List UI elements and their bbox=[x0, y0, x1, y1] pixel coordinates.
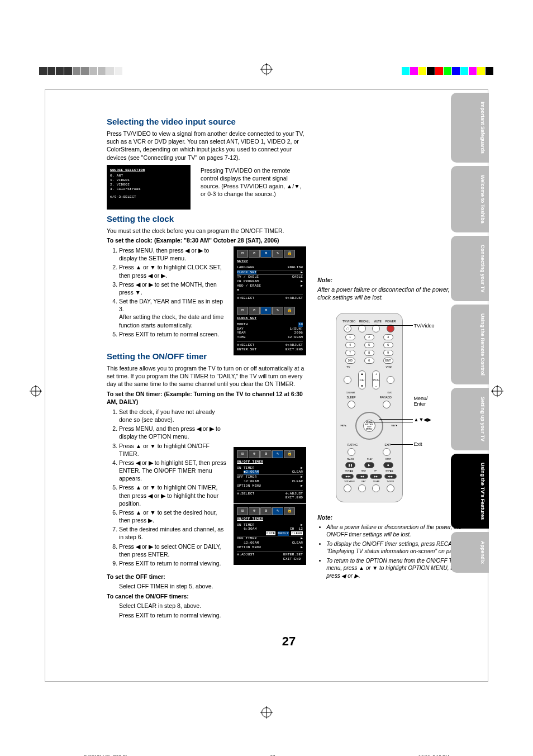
heading-clock: Setting the clock bbox=[107, 214, 306, 224]
note1-body: After a power failure or disconnection o… bbox=[317, 286, 471, 301]
tab-welcome: Welcome to Toshiba bbox=[451, 166, 489, 232]
callout-tvvideo: TV/Video bbox=[414, 323, 435, 329]
timer-step-6: Press ▲ or ▼ to set the desired hour, th… bbox=[119, 508, 228, 524]
timer-step-2: Press MENU, and then press ◀ or ▶ to dis… bbox=[119, 425, 228, 440]
cancel-timer-body2: Press EXIT to return to normal viewing. bbox=[119, 611, 306, 619]
note1-heading: Note: bbox=[317, 276, 471, 284]
off-timer-heading: To set the OFF timer: bbox=[107, 573, 306, 581]
page-number: 27 bbox=[107, 634, 471, 649]
remote-dpad: MENU ENTER TOP MENU bbox=[355, 412, 383, 440]
clock-step-2: Press ▲ or ▼ to highlight CLOCK SET, the… bbox=[119, 263, 228, 279]
cancel-timer-heading: To cancel the ON/OFF timers: bbox=[107, 592, 306, 600]
note2-b2: To display the ON/OFF timer settings, pr… bbox=[326, 540, 471, 555]
osd-timer-1: ⊡⊘⚙✎🔒 ON/OFF TIMER ON TIMER▶ ■2:00AMCLEA… bbox=[234, 447, 306, 503]
remote-control: TV/VIDEORECALLMUTEPOWER ▢ 123 456 789 10… bbox=[336, 313, 403, 502]
source-side-text: Pressing TV/VIDEO on the remote control … bbox=[201, 167, 306, 198]
timer-example: To set the ON timer: (Example: Turning o… bbox=[107, 390, 306, 406]
osd-timer-2: ⊡⊘⚙✎🔒 ON/OFF TIMER ON TIMER▶ 6:30AMCH 12… bbox=[234, 504, 306, 565]
tab-remote: Using the Remote Control bbox=[451, 305, 489, 384]
tab-features: Using the TV's Features bbox=[451, 454, 489, 529]
note2-heading: Note: bbox=[317, 513, 471, 521]
osd-source-selection: SOURCE SELECTION 0. ANT 1. VIDEO1 2. VID… bbox=[107, 165, 191, 210]
body-clock: You must set the clock before you can pr… bbox=[107, 227, 306, 235]
osd-setup: ⊡⊘⚙✎🔒 SETUP LANGUAGEENGLISH CLOCK SET▶ T… bbox=[234, 246, 306, 303]
timer-step-9: Press EXIT to return to normal viewing. bbox=[119, 559, 228, 567]
clock-step-4: Set the DAY, YEAR and TIME as in step 3.… bbox=[119, 297, 228, 329]
tab-safeguards: Important Safeguards bbox=[451, 93, 489, 163]
callout-arrows: ▲▼◀▶ bbox=[414, 417, 432, 422]
note2-b3: To return to the OPTION menu from the ON… bbox=[326, 557, 471, 580]
callout-exit: Exit bbox=[414, 441, 422, 447]
off-timer-body: Select OFF TIMER in step 5, above. bbox=[119, 582, 306, 590]
body-source: Press TV/VIDEO to view a signal from ano… bbox=[107, 130, 306, 161]
tab-setting: Setting up your TV bbox=[451, 388, 489, 450]
body-timer: This feature allows you to program the T… bbox=[107, 364, 306, 388]
timer-step-1: Set the clock, if you have not already d… bbox=[119, 408, 228, 424]
callout-menu: Menu/ Enter bbox=[414, 396, 428, 407]
clock-example: To set the clock: (Example: "8:30 AM" Oc… bbox=[107, 236, 306, 244]
note2-b1: After a power failure or disconnection o… bbox=[326, 524, 471, 539]
clock-step-5: Press EXIT to return to normal screen. bbox=[119, 330, 228, 338]
timer-step-4: Press ◀ or ▶ to highlight SET, then pres… bbox=[119, 459, 228, 483]
cancel-timer-body1: Select CLEAR in step 8, above. bbox=[119, 602, 306, 610]
timer-step-5: Press ▲ or ▼ to highlight ON TIMER, then… bbox=[119, 483, 228, 507]
heading-source: Selecting the video input source bbox=[107, 117, 306, 126]
timer-step-8: Press ◀ or ▶ to select ONCE or DAILY, th… bbox=[119, 543, 228, 558]
tab-connecting: Connecting your TV bbox=[451, 236, 489, 302]
osd-clock-set: ⊡⊘⚙✎🔒 CLOCK SET MONTH10 DAY1(SUN) YEAR20… bbox=[234, 303, 306, 355]
clock-step-3: Press ◀ or ▶ to set the MONTH, then pres… bbox=[119, 280, 228, 296]
timer-step-7: Set the desired minutes and channel, as … bbox=[119, 525, 228, 541]
remote-tv-video: ▢ bbox=[344, 325, 351, 332]
remote-exit bbox=[383, 448, 391, 456]
clock-step-1: Press MENU, then press ◀ or ▶ to display… bbox=[119, 246, 228, 262]
tab-appendix: Appendix bbox=[451, 532, 489, 573]
timer-step-3: Press ▲ or ▼ to highlight ON/OFF TIMER. bbox=[119, 442, 228, 458]
